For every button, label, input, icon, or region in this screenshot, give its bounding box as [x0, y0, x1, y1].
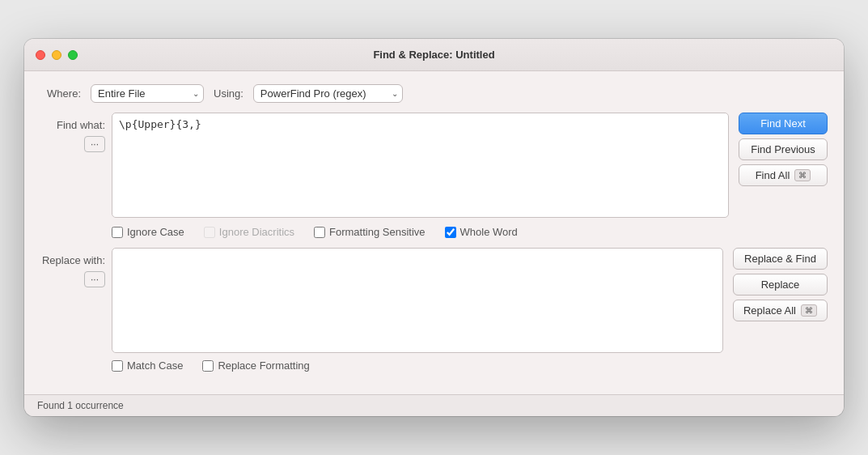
using-select[interactable]: PowerFind Pro (regex) Regular Expression…: [253, 84, 403, 103]
replace-with-area: Replace with: ···: [40, 248, 105, 287]
find-next-button[interactable]: Find Next: [739, 113, 828, 134]
where-select-wrapper: Entire File Selection All Open Files ⌄: [91, 84, 204, 103]
ignore-case-label: Ignore Case: [127, 226, 184, 238]
replace-button[interactable]: Replace: [733, 274, 828, 296]
find-all-kbd-icon: ⌘: [794, 169, 811, 181]
find-field-col: \p{Upper}{3,}: [112, 113, 729, 218]
replace-options-button[interactable]: ···: [84, 271, 105, 287]
find-previous-button[interactable]: Find Previous: [739, 138, 828, 160]
replace-all-label: Replace All: [743, 304, 796, 317]
whole-word-option[interactable]: Whole Word: [445, 226, 518, 238]
using-select-wrapper: PowerFind Pro (regex) Regular Expression…: [253, 84, 403, 103]
find-options-button[interactable]: ···: [84, 136, 105, 152]
replace-all-kbd-icon: ⌘: [801, 304, 817, 317]
using-label: Using:: [214, 87, 243, 100]
whole-word-checkbox[interactable]: [445, 227, 456, 238]
formatting-sensitive-label: Formatting Sensitive: [329, 226, 426, 238]
status-text: Found 1 occurrence: [37, 400, 124, 411]
where-label: Where:: [40, 87, 81, 100]
replace-ellipsis-icon: ···: [91, 274, 99, 285]
find-all-label: Find All: [756, 169, 790, 181]
ignore-diacritics-label: Ignore Diacritics: [219, 226, 294, 238]
status-bar: Found 1 occurrence: [24, 394, 844, 416]
find-all-button[interactable]: Find All ⌘: [739, 164, 828, 186]
window-title: Find & Replace: Untitled: [373, 49, 494, 61]
find-field-row: Find what: ··· \p{Upper}{3,}: [40, 113, 729, 218]
replace-buttons: Replace & Find Replace Replace All ⌘: [733, 248, 828, 353]
ignore-case-checkbox[interactable]: [112, 227, 123, 238]
replace-label: Replace with:: [40, 251, 105, 266]
titlebar: Find & Replace: Untitled: [24, 39, 844, 71]
match-case-label: Match Case: [127, 359, 183, 372]
find-area: Find what: ··· \p{Upper}{3,} Find Next F…: [40, 113, 828, 218]
replace-formatting-label: Replace Formatting: [218, 359, 309, 372]
find-what-area: Find what: ···: [40, 113, 105, 152]
find-options-row: Ignore Case Ignore Diacritics Formatting…: [112, 226, 828, 238]
replace-formatting-option[interactable]: Replace Formatting: [202, 359, 309, 372]
replace-find-button[interactable]: Replace & Find: [733, 248, 828, 270]
toolbar-row: Where: Entire File Selection All Open Fi…: [40, 84, 828, 103]
ignore-case-option[interactable]: Ignore Case: [112, 226, 184, 238]
find-replace-window: Find & Replace: Untitled Where: Entire F…: [24, 39, 844, 416]
where-select[interactable]: Entire File Selection All Open Files: [91, 84, 204, 103]
maximize-button[interactable]: [68, 50, 78, 60]
traffic-lights: [36, 50, 78, 60]
ellipsis-icon: ···: [91, 138, 99, 150]
replace-area: Replace with: ··· Replace & Find Replace…: [40, 248, 828, 353]
replace-input[interactable]: [112, 248, 723, 353]
whole-word-label: Whole Word: [460, 226, 518, 238]
ignore-diacritics-option[interactable]: Ignore Diacritics: [204, 226, 294, 238]
replace-options-row: Match Case Replace Formatting: [112, 359, 828, 372]
close-button[interactable]: [36, 50, 45, 60]
formatting-sensitive-option[interactable]: Formatting Sensitive: [314, 226, 426, 238]
main-content: Where: Entire File Selection All Open Fi…: [24, 71, 844, 394]
minimize-button[interactable]: [52, 50, 61, 60]
match-case-option[interactable]: Match Case: [112, 359, 183, 372]
replace-field-col: [112, 248, 723, 353]
replace-formatting-checkbox[interactable]: [202, 360, 214, 372]
ignore-diacritics-checkbox[interactable]: [204, 227, 215, 238]
find-input[interactable]: \p{Upper}{3,}: [112, 113, 729, 218]
replace-field-row: Replace with: ···: [40, 248, 723, 353]
match-case-checkbox[interactable]: [112, 360, 123, 372]
formatting-sensitive-checkbox[interactable]: [314, 227, 325, 238]
replace-all-button[interactable]: Replace All ⌘: [733, 300, 828, 321]
find-label: Find what:: [40, 116, 105, 131]
find-buttons: Find Next Find Previous Find All ⌘: [739, 113, 828, 218]
